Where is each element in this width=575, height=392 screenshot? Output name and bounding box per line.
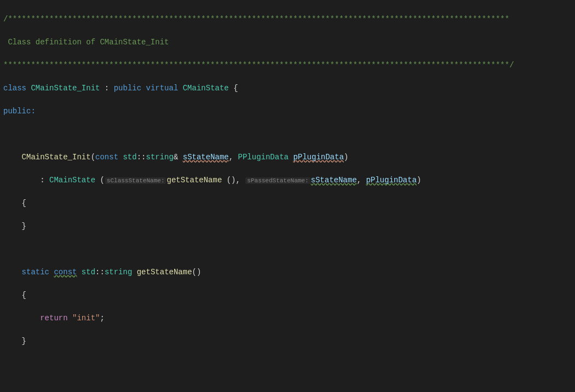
ctor-init: : CMainState (sClassStateName:getStateNa… xyxy=(3,175,572,186)
brace: { xyxy=(3,198,572,209)
brace: { xyxy=(3,290,572,301)
ctor-sig: CMainState_Init(const std::string& sStat… xyxy=(3,152,572,163)
return-stmt: return "init"; xyxy=(3,313,572,324)
access-spec: public: xyxy=(3,106,572,117)
brace: } xyxy=(3,221,572,232)
class-decl: class CMainState_Init : public virtual C… xyxy=(3,83,572,94)
comment-line: Class definition of CMainState_Init xyxy=(3,37,572,48)
getstate-sig: static const std::string getStateName() xyxy=(3,267,572,278)
comment-line: ****************************************… xyxy=(3,60,572,71)
comment-line: /***************************************… xyxy=(3,14,572,25)
brace: } xyxy=(3,336,572,347)
code-editor[interactable]: /***************************************… xyxy=(0,0,575,392)
